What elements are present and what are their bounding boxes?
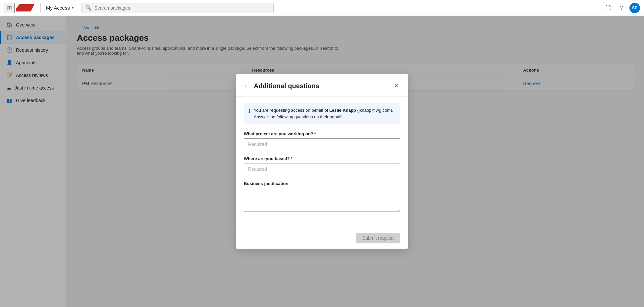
modal-title: Additional questions [254,82,389,90]
logo-shape [16,4,34,12]
search-icon: 🔍 [85,5,92,11]
user-avatar-button[interactable]: SP [629,3,640,13]
nav-divider [40,3,41,13]
app-name[interactable]: My Access ▾ [43,4,76,12]
modal-back-button[interactable]: ← [244,83,250,90]
close-icon: ✕ [394,82,399,90]
network-icon-button[interactable]: ⛶ [603,3,614,13]
info-icon: ℹ [248,107,250,115]
info-text-name: Leslie Knapp [329,108,356,113]
field-location: Where are you based?* [244,156,400,175]
modal-footer: Submit request [236,227,408,249]
info-banner: ℹ You are requesting access on behalf of… [244,103,400,124]
required-star: * [314,131,316,136]
grid-menu-button[interactable]: ⊞ [4,3,15,13]
top-nav-right: ⛶ ? SP [603,3,640,13]
field-project-input[interactable] [244,138,400,150]
info-text-prefix: You are requesting access on behalf of [254,108,329,113]
field-justification-textarea[interactable] [244,188,400,212]
modal-back-arrow-icon: ← [244,83,250,90]
search-wrap: 🔍 [81,3,274,13]
logo [16,4,34,12]
search-bar: 🔍 [81,3,274,13]
info-text-suffix: Answer the following questions on their … [254,114,343,119]
app-name-label: My Access [46,5,70,11]
modal-close-button[interactable]: ✕ [393,81,400,91]
field-project: What project are you working on?* [244,131,400,150]
field-justification-label: Business justification [244,181,400,186]
info-banner-text: You are requesting access on behalf of L… [254,107,396,120]
modal-header: ← Additional questions ✕ [236,74,408,96]
help-icon-button[interactable]: ? [616,3,627,13]
field-justification: Business justification [244,181,400,213]
info-text-email: (lknapp@wg.com). [357,108,393,113]
modal-overlay: ← Additional questions ✕ ℹ You are reque… [0,16,644,307]
additional-questions-modal: ← Additional questions ✕ ℹ You are reque… [236,74,408,249]
top-nav: ⊞ My Access ▾ 🔍 ⛶ ? SP [0,0,644,16]
field-location-input[interactable] [244,163,400,175]
submit-request-button[interactable]: Submit request [356,233,400,243]
search-input[interactable] [94,5,270,11]
field-project-label: What project are you working on?* [244,131,400,136]
required-star: * [291,156,293,161]
field-location-label: Where are you based?* [244,156,400,161]
chevron-down-icon: ▾ [72,6,74,10]
modal-body: ℹ You are requesting access on behalf of… [236,96,408,227]
